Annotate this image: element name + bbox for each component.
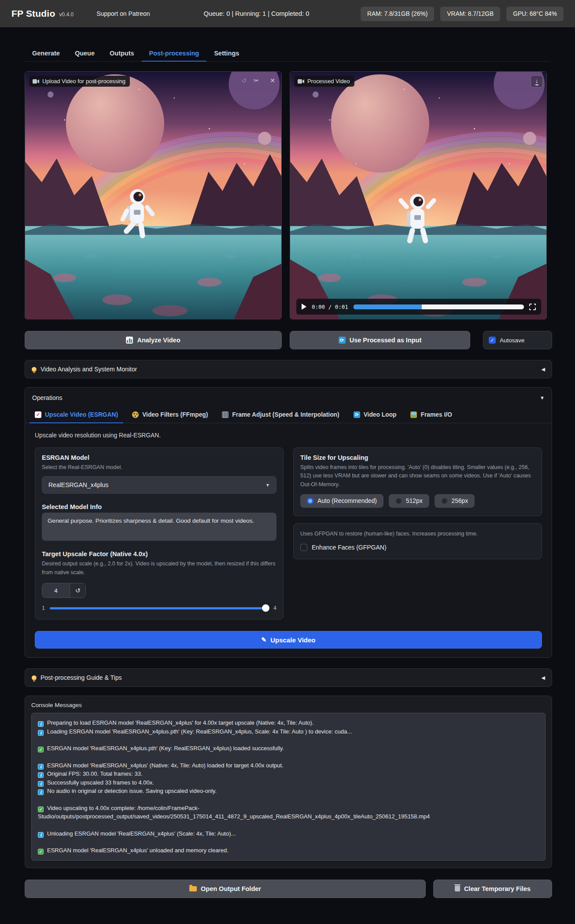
ram-badge: RAM: 7.8/31GB (26%) [361,7,434,21]
ops-tab-video-filters-ffmpeg-[interactable]: Video Filters (FFmpeg) [127,408,213,423]
queue-stats: Queue: 0 | Running: 1 | Completed: 0 [204,10,310,17]
ops-tab-upscale-video-esrgan-[interactable]: ✓Upscale Video (ESRGAN) [29,408,123,423]
radio-unselected-icon [395,498,402,504]
console-line: iLoading ESRGAN model 'RealESRGAN_x4plus… [38,727,539,736]
radio-unselected-icon [441,498,448,504]
tile-radio-auto-recommended-[interactable]: Auto (Recommended) [300,494,383,508]
tile-radio-256px[interactable]: 256px [435,494,475,508]
reset-icon[interactable]: ↺ [70,583,85,598]
tile-radio-label: 512px [406,498,423,504]
analysis-accordion[interactable]: Video Analysis and System Monitor ◀ [25,360,552,378]
factor-slider[interactable] [50,607,269,609]
console-blank-line [38,736,539,744]
clear-video-icon[interactable]: ✕ [267,75,278,86]
clear-temp-files-button[interactable]: Clear Temporary Files [433,880,552,898]
tab-settings[interactable]: Settings [206,47,247,62]
face-enhance-checkbox[interactable]: Enhance Faces (GFPGAN) [300,544,535,551]
console-line-text: Unloading ESRGAN model 'RealESRGAN_x4plu… [47,830,236,837]
upscale-video-button[interactable]: ✎ Upscale Video [35,631,542,649]
factor-number-input[interactable]: 4 [42,583,70,598]
video-progress-fill [354,304,422,309]
face-enhance-group: Uses GFPGAN to restore (human-like) face… [293,523,542,559]
tile-size-label: Tile Size for Upscaling [300,454,535,461]
face-enhance-sub: Uses GFPGAN to restore (human-like) face… [300,530,535,538]
radio-selected-icon [307,498,313,504]
tile-radio-512px[interactable]: 512px [389,494,429,508]
console-line-text: Video upscaling to 4.00x complete: /home… [38,805,430,820]
use-processed-button[interactable]: ⟳ Use Processed as Input [290,331,470,349]
video-progress-bar[interactable] [354,304,524,309]
download-icon: ↓ [535,78,538,85]
slider-min-label: 1 [42,605,45,611]
app-header: FP Studio v0.4.0 Support on Patreon Queu… [0,0,575,27]
tab-post-processing[interactable]: Post-processing [142,47,207,62]
video-controls: 0:00 / 0:01 [296,299,541,315]
success-check-icon: ✓ [38,849,44,854]
input-video-panel[interactable]: Upload Video for post-processing ↺ ✂ ✕ [25,71,282,319]
console-line: ✓Video upscaling to 4.00x complete: /hom… [38,804,539,821]
checkbox-checked-icon: ✓ [489,337,496,344]
processed-video-label: Processed Video [307,78,350,84]
ops-tab-label: Video Loop [364,411,397,418]
loop-icon: ⟳ [354,411,360,418]
model-group-sub: Select the Real-ESRGAN model. [42,463,276,472]
info-icon: i [38,721,44,727]
console-log[interactable]: iPreparing to load ESRGAN model 'RealESR… [31,713,546,861]
tile-size-group: Tile Size for Upscaling Splits video fra… [293,447,542,516]
expanded-arrow-icon: ▼ [540,395,545,400]
vram-badge: VRAM: 8.7/12GB [440,7,500,21]
open-output-folder-button[interactable]: Open Output Folder [25,880,426,898]
console-blank-line [38,821,539,829]
processed-video-label-chip: Processed Video [294,76,354,87]
upscale-columns: ESRGAN Model Select the Real-ESRGAN mode… [35,447,542,620]
fullscreen-icon[interactable] [529,304,536,310]
console-line-text: ESRGAN model 'RealESRGAN_x4plus' unloade… [47,847,229,854]
tile-radio-label: 256px [452,498,468,504]
play-button[interactable] [302,304,306,310]
tile-radio-label: Auto (Recommended) [317,498,377,504]
info-icon: i [38,781,44,787]
undo-icon[interactable]: ↺ [239,75,249,86]
autosave-label: Autosave [500,337,524,344]
action-row: Analyze Video ⟳ Use Processed as Input ✓… [25,331,552,349]
processed-video-panel[interactable]: Processed Video ↓ 0:00 / 0:01 [290,71,547,319]
autosave-checkbox[interactable]: ✓ Autosave [483,331,552,349]
brush-icon: ✎ [261,636,266,643]
factor-slider-row: 1 4 [42,605,276,611]
model-group-label: ESRGAN Model [42,454,276,461]
download-button[interactable]: ↓ [531,75,543,88]
tile-size-radio-group: Auto (Recommended)512px256px [300,494,535,508]
guide-accordion[interactable]: Post-processing Guide & Tips ◀ [25,668,552,687]
info-icon: i [38,772,44,778]
model-dropdown[interactable]: RealESRGAN_x4plus ▼ [42,476,276,494]
lightbulb-icon [32,367,37,372]
tab-generate[interactable]: Generate [25,47,67,62]
tab-queue[interactable]: Queue [67,47,102,62]
trim-scissors-icon[interactable]: ✂ [251,75,262,86]
video-camera-icon [33,79,39,84]
console-line: iESRGAN model 'RealESRGAN_x4plus' (Nativ… [38,761,539,770]
input-video-label: Upload Video for post-processing [42,78,125,84]
app-title: FP Studio [11,8,55,19]
face-enhance-label: Enhance Faces (GFPGAN) [312,544,387,551]
tab-outputs[interactable]: Outputs [102,47,142,62]
gpu-badge: GPU: 68°C 84% [506,7,564,21]
processed-video-frame [290,72,546,319]
console-line: iSuccessfully upscaled 33 frames to 4.00… [38,778,539,787]
factor-number-control: 4 ↺ [42,583,86,598]
main-tab-bar: GenerateQueueOutputsPost-processingSetti… [25,47,550,62]
slider-thumb[interactable] [262,605,269,612]
analyze-video-button[interactable]: Analyze Video [25,331,282,349]
operations-header[interactable]: Operations ▼ [25,388,552,405]
ops-tab-frame-adjust-speed-interpolation-[interactable]: Frame Adjust (Speed & Interpolation) [217,408,344,423]
bar-chart-icon [126,337,133,344]
info-icon: i [38,789,44,795]
ops-tab-video-loop[interactable]: ⟳Video Loop [348,408,402,423]
ops-tab-frames-i-o[interactable]: Frames I/O [405,408,457,423]
analysis-accordion-label: Video Analysis and System Monitor [41,366,137,373]
patreon-link[interactable]: Support on Patreon [96,10,150,17]
console-line-text: ESRGAN model 'RealESRGAN_x4plus' (Native… [47,762,284,769]
use-processed-label: Use Processed as Input [350,337,422,344]
chevron-down-icon: ▼ [265,483,270,488]
console-line-text: Preparing to load ESRGAN model 'RealESRG… [47,719,313,726]
